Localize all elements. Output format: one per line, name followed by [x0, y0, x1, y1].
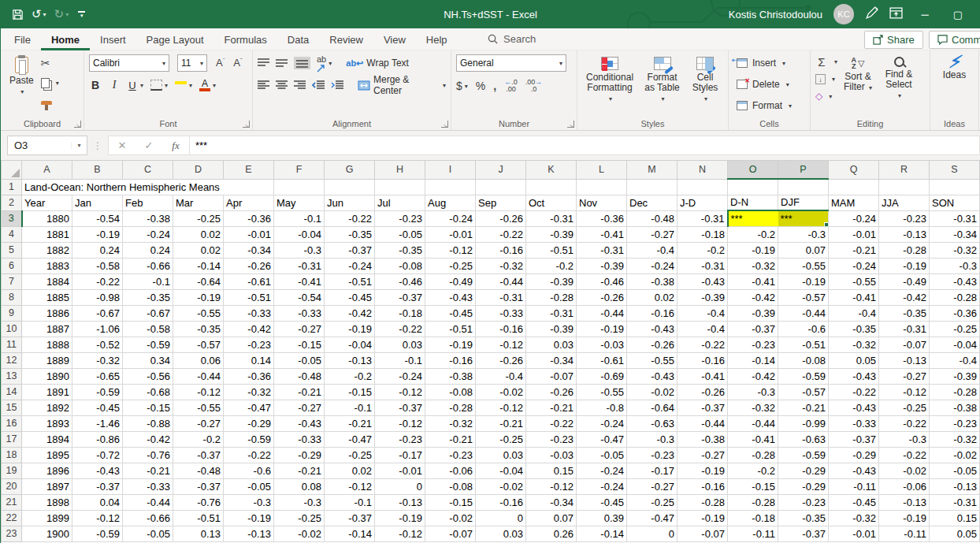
cell-D4[interactable]: 0.02 — [173, 226, 224, 242]
cell-E6[interactable]: -0.26 — [224, 258, 274, 273]
cell-H17[interactable]: -0.23 — [375, 431, 425, 447]
cell-N14[interactable]: -0.26 — [677, 384, 728, 400]
cell-E3[interactable]: -0.36 — [224, 210, 274, 226]
cell-S15[interactable]: -0.38 — [930, 400, 980, 415]
cell-L5[interactable]: -0.31 — [577, 242, 627, 258]
cell-P8[interactable]: -0.57 — [778, 289, 829, 305]
cell-D13[interactable]: -0.44 — [173, 368, 224, 384]
select-all-button[interactable] — [2, 161, 22, 179]
row-header-5[interactable]: 5 — [2, 242, 22, 258]
col-header-A[interactable]: A — [22, 161, 72, 179]
cell-J18[interactable]: 0.03 — [476, 447, 526, 463]
cell-I22[interactable]: -0.02 — [425, 510, 476, 526]
cell-S18[interactable]: -0.02 — [930, 447, 980, 463]
col-header-L[interactable]: L — [577, 161, 627, 179]
cell-F15[interactable]: -0.27 — [274, 400, 325, 415]
cell-K3[interactable]: -0.31 — [526, 210, 577, 226]
cell-R3[interactable]: -0.23 — [879, 210, 930, 226]
cell-M21[interactable]: -0.25 — [627, 494, 677, 510]
cell-L3[interactable]: -0.36 — [577, 210, 627, 226]
cell-C9[interactable]: -0.67 — [123, 305, 173, 321]
cell-P13[interactable]: -0.59 — [778, 368, 829, 384]
cell-N22[interactable]: -0.19 — [677, 510, 728, 526]
orientation-button[interactable]: ab — [317, 54, 326, 73]
cell-S16[interactable]: -0.23 — [930, 415, 980, 431]
cell-J9[interactable]: -0.33 — [476, 305, 526, 321]
cell-N7[interactable]: -0.43 — [677, 273, 728, 289]
cell-R1[interactable] — [879, 179, 930, 195]
align-middle-button[interactable] — [276, 58, 288, 68]
cell-I14[interactable]: -0.08 — [425, 384, 476, 400]
cell-P23[interactable]: -0.37 — [778, 526, 829, 541]
cell-G16[interactable]: -0.21 — [325, 415, 375, 431]
row-header-23[interactable]: 23 — [2, 526, 22, 541]
cell-Q21[interactable]: -0.45 — [829, 494, 879, 510]
cell-R23[interactable]: -0.11 — [879, 526, 930, 541]
cell-K1[interactable] — [526, 179, 577, 195]
decrease-indent-button[interactable] — [312, 80, 325, 90]
cell-K13[interactable]: -0.07 — [526, 368, 577, 384]
cell-G13[interactable]: -0.2 — [325, 368, 375, 384]
cell-D5[interactable]: 0.02 — [173, 242, 224, 258]
cell-E17[interactable]: -0.59 — [224, 431, 274, 447]
row-header-15[interactable]: 15 — [2, 400, 22, 415]
cell-I10[interactable]: -0.51 — [425, 321, 476, 337]
cell-D6[interactable]: -0.14 — [173, 258, 224, 273]
cell-G9[interactable]: -0.42 — [325, 305, 375, 321]
cell-K23[interactable]: 0.26 — [526, 526, 577, 541]
cell-K5[interactable]: -0.51 — [526, 242, 577, 258]
cell-E22[interactable]: -0.19 — [224, 510, 274, 526]
paste-button[interactable]: Paste▾ — [6, 54, 38, 111]
cell-E12[interactable]: 0.14 — [224, 352, 274, 368]
cell-I12[interactable]: -0.16 — [425, 352, 476, 368]
cell-P11[interactable]: -0.51 — [778, 337, 829, 352]
cell-M4[interactable]: -0.27 — [627, 226, 677, 242]
cell-B19[interactable]: -0.43 — [72, 463, 123, 478]
cell-J17[interactable]: -0.25 — [476, 431, 526, 447]
cell-N3[interactable]: -0.31 — [677, 210, 728, 226]
cell-A9[interactable]: 1886 — [22, 305, 72, 321]
cell-H3[interactable]: -0.23 — [375, 210, 425, 226]
cell-D10[interactable]: -0.35 — [173, 321, 224, 337]
cell-H21[interactable]: -0.13 — [375, 494, 425, 510]
cell-S5[interactable]: -0.32 — [930, 242, 980, 258]
cell-F20[interactable]: 0.08 — [274, 478, 325, 494]
cell-F2[interactable]: May — [274, 195, 325, 210]
row-header-11[interactable]: 11 — [2, 337, 22, 352]
cell-N6[interactable]: -0.31 — [677, 258, 728, 273]
cell-M20[interactable]: -0.27 — [627, 478, 677, 494]
cell-G21[interactable]: -0.1 — [325, 494, 375, 510]
cell-K14[interactable]: -0.26 — [526, 384, 577, 400]
cell-G8[interactable]: -0.45 — [325, 289, 375, 305]
cell-H11[interactable]: 0.03 — [375, 337, 425, 352]
cell-A3[interactable]: 1880 — [22, 210, 72, 226]
cell-J2[interactable]: Sep — [476, 195, 526, 210]
cell-A15[interactable]: 1892 — [22, 400, 72, 415]
cell-S1[interactable] — [930, 179, 980, 195]
cell-E10[interactable]: -0.42 — [224, 321, 274, 337]
cell-I15[interactable]: -0.28 — [425, 400, 476, 415]
cell-N4[interactable]: -0.18 — [677, 226, 728, 242]
cell-I17[interactable]: -0.21 — [425, 431, 476, 447]
cell-L10[interactable]: -0.19 — [577, 321, 627, 337]
cell-G22[interactable]: -0.37 — [325, 510, 375, 526]
cell-O2[interactable]: D-N — [728, 195, 778, 210]
cell-M22[interactable]: -0.47 — [627, 510, 677, 526]
cell-C23[interactable]: -0.05 — [123, 526, 173, 541]
format-as-table-button[interactable]: Format as Table ▾ — [637, 54, 687, 106]
cell-A2[interactable]: Year — [22, 195, 72, 210]
cell-G11[interactable]: -0.04 — [325, 337, 375, 352]
cell-M10[interactable]: -0.43 — [627, 321, 677, 337]
increase-font-size-button[interactable]: Aˆ — [216, 57, 225, 69]
autosum-button[interactable]: Σ▾ — [815, 54, 837, 69]
cell-D18[interactable]: -0.37 — [173, 447, 224, 463]
cell-R15[interactable]: -0.25 — [879, 400, 930, 415]
cell-D8[interactable]: -0.19 — [173, 289, 224, 305]
clear-button[interactable]: ◇▾ — [815, 89, 837, 103]
cell-M17[interactable]: -0.3 — [627, 431, 677, 447]
cell-Q15[interactable]: -0.43 — [829, 400, 879, 415]
cell-I3[interactable]: -0.24 — [425, 210, 476, 226]
cell-G14[interactable]: -0.15 — [325, 384, 375, 400]
cell-J7[interactable]: -0.44 — [476, 273, 526, 289]
cell-D9[interactable]: -0.55 — [173, 305, 224, 321]
